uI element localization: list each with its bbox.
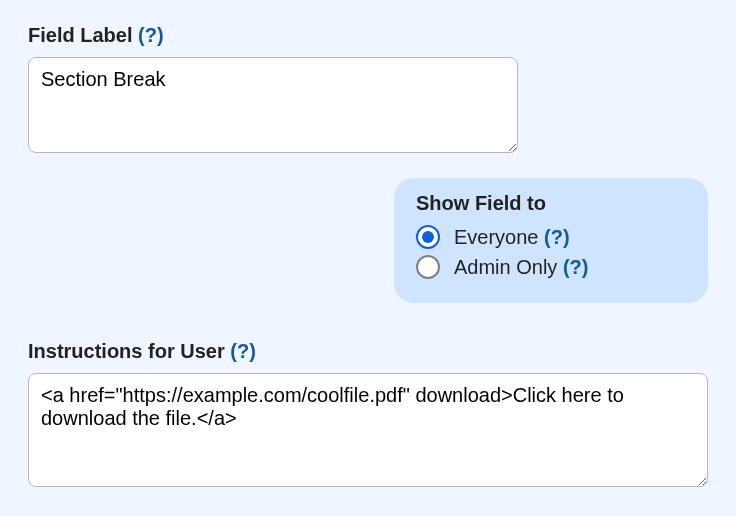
admin-only-help-icon[interactable]: (?) xyxy=(563,256,589,278)
field-label-text: Field Label xyxy=(28,24,132,46)
show-field-option-everyone[interactable]: Everyone (?) xyxy=(416,225,686,249)
instructions-help-icon[interactable]: (?) xyxy=(230,340,256,362)
field-label-input[interactable] xyxy=(28,57,518,153)
field-label-group: Field Label (?) xyxy=(28,24,708,157)
radio-icon xyxy=(416,255,440,279)
everyone-help-icon[interactable]: (?) xyxy=(544,226,570,248)
radio-label: Admin Only (?) xyxy=(454,256,588,279)
show-field-option-admin-only[interactable]: Admin Only (?) xyxy=(416,255,686,279)
field-label-heading: Field Label (?) xyxy=(28,24,708,47)
radio-label-text: Everyone xyxy=(454,226,539,248)
radio-label: Everyone (?) xyxy=(454,226,570,249)
radio-label-text: Admin Only xyxy=(454,256,557,278)
instructions-heading: Instructions for User (?) xyxy=(28,340,708,363)
radio-icon xyxy=(416,225,440,249)
show-field-to-box: Show Field to Everyone (?) Admin Only (?… xyxy=(394,178,708,303)
show-field-to-title: Show Field to xyxy=(416,192,686,215)
field-label-help-icon[interactable]: (?) xyxy=(138,24,164,46)
instructions-group: Instructions for User (?) xyxy=(28,340,708,491)
instructions-label-text: Instructions for User xyxy=(28,340,225,362)
instructions-input[interactable] xyxy=(28,373,708,487)
